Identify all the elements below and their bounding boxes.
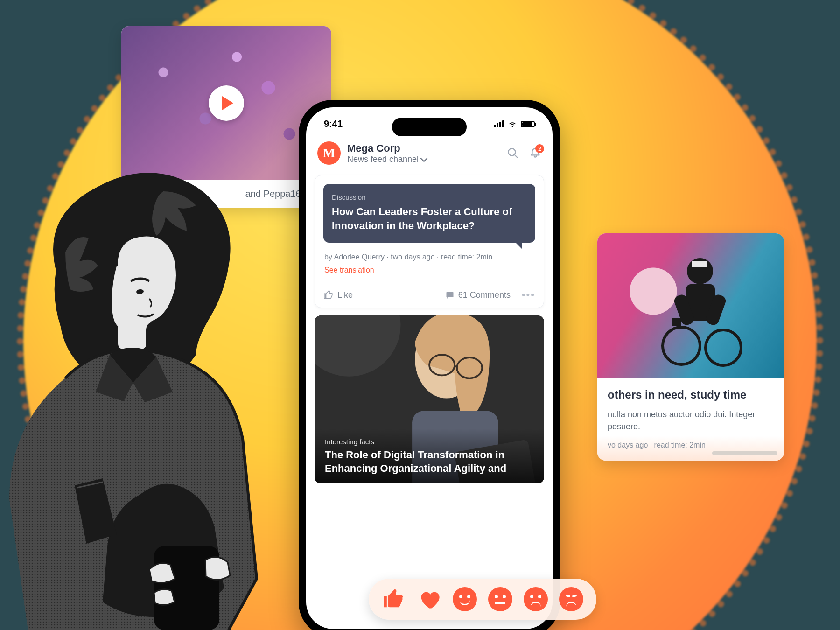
search-icon [507,147,519,159]
svg-point-5 [663,327,700,364]
like-button[interactable]: Like [323,290,353,300]
side-article-card[interactable]: others in need, study time nulla non met… [597,233,784,461]
reaction-thumbs-up[interactable] [382,587,406,611]
svg-point-6 [706,330,741,365]
article-kicker: Interesting facts [325,438,534,446]
svg-line-9 [514,154,518,158]
battery-icon [521,121,535,127]
reaction-smile[interactable] [453,587,477,611]
side-article-title: others in need, study time [608,387,774,402]
app-title: Mega Corp [347,142,500,154]
play-button[interactable] [209,85,244,121]
reaction-angry[interactable] [559,587,583,611]
woman-illustration [0,159,308,630]
more-button[interactable]: ••• [522,289,535,301]
dynamic-island [392,118,467,136]
discussion-post[interactable]: Discussion How Can Leaders Foster a Cult… [315,175,544,308]
cyclist-illustration [653,248,747,369]
reaction-sad[interactable] [524,587,548,611]
status-time: 9:41 [324,119,343,129]
reaction-neutral[interactable] [488,587,512,611]
translate-link[interactable]: See translation [315,263,544,282]
channel-selector[interactable]: News feed channel [347,154,500,164]
cellular-icon [494,120,504,127]
post-action-bar: Like 61 Comments ••• [315,282,544,308]
svg-rect-10 [446,292,453,298]
svg-rect-7 [672,318,681,326]
reaction-heart[interactable] [417,587,441,611]
play-icon [222,96,233,110]
chevron-down-icon [420,155,428,162]
horizontal-scrollbar[interactable] [712,451,777,455]
article-title: The Role of Digital Transformation in En… [325,448,534,475]
like-label: Like [337,290,353,300]
app-logo[interactable]: M [317,141,341,165]
channel-name: News feed channel [347,154,419,164]
post-meta: by Adorlee Querry · two days ago · read … [315,249,544,263]
side-article-image [597,233,784,378]
comment-icon [445,290,455,300]
comments-button[interactable]: 61 Comments [445,290,511,300]
search-button[interactable] [507,147,519,159]
reaction-picker[interactable] [369,579,596,620]
discussion-bubble: Discussion How Can Leaders Foster a Cult… [323,184,535,243]
notifications-button[interactable]: 2 [529,147,541,159]
discussion-label: Discussion [332,193,527,201]
article-post[interactable]: Interesting facts The Role of Digital Tr… [315,315,544,483]
discussion-title: How Can Leaders Foster a Culture of Inno… [332,205,527,232]
notification-badge: 2 [535,144,544,153]
thumbs-up-icon [323,290,334,300]
side-article-excerpt: nulla non metus auctor odio dui. Integer… [608,408,774,433]
side-article-meta: vo days ago · read time: 2min [608,441,774,449]
phone-frame: 9:41 M Mega Corp News feed channel [299,100,560,630]
wifi-icon [508,119,517,129]
svg-line-16 [455,366,457,367]
comments-label: 61 Comments [458,290,511,300]
app-header: M Mega Corp News feed channel [306,134,553,175]
svg-rect-1 [692,261,707,267]
